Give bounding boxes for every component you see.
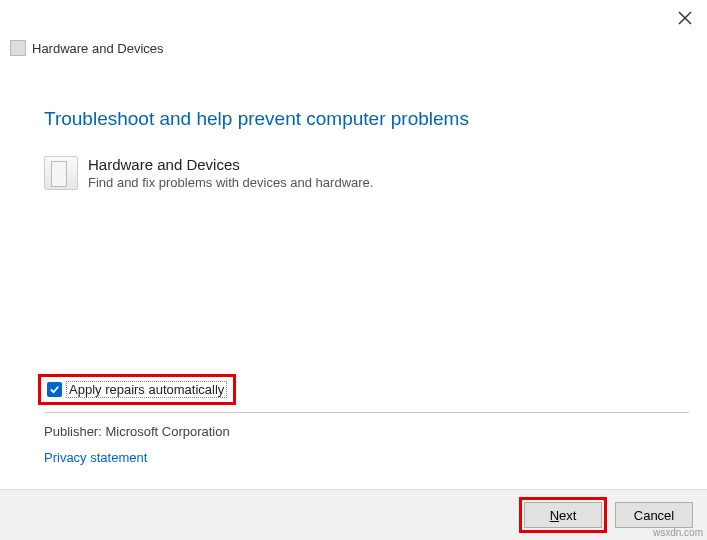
next-accelerator: N [550, 508, 559, 523]
checkbox-highlight: Apply repairs automatically [38, 374, 236, 405]
next-button[interactable]: Next [524, 502, 602, 528]
main-content: Troubleshoot and help prevent computer p… [44, 108, 667, 190]
hardware-icon [44, 156, 78, 190]
close-icon [678, 11, 692, 25]
apply-repairs-checkbox-row[interactable]: Apply repairs automatically [47, 381, 227, 398]
publisher-label: Publisher: [44, 424, 102, 439]
troubleshooter-text: Hardware and Devices Find and fix proble… [88, 156, 373, 190]
window-header: Hardware and Devices [10, 40, 164, 56]
troubleshooter-description: Find and fix problems with devices and h… [88, 175, 373, 190]
publisher-row: Publisher: Microsoft Corporation [44, 424, 230, 439]
troubleshooter-icon [10, 40, 26, 56]
page-heading: Troubleshoot and help prevent computer p… [44, 108, 667, 130]
apply-repairs-label: Apply repairs automatically [66, 381, 227, 398]
apply-repairs-checkbox[interactable] [47, 382, 62, 397]
next-label-rest: ext [559, 508, 576, 523]
privacy-statement-link[interactable]: Privacy statement [44, 450, 147, 465]
watermark: wsxdn.com [653, 527, 703, 538]
troubleshooter-item: Hardware and Devices Find and fix proble… [44, 156, 667, 190]
close-button[interactable] [675, 8, 695, 28]
publisher-value: Microsoft Corporation [105, 424, 229, 439]
footer-bar: Next Cancel [0, 489, 707, 540]
window-title: Hardware and Devices [32, 41, 164, 56]
next-button-highlight: Next [519, 497, 607, 533]
divider [44, 412, 689, 413]
checkmark-icon [49, 384, 60, 395]
cancel-button[interactable]: Cancel [615, 502, 693, 528]
troubleshooter-title: Hardware and Devices [88, 156, 373, 173]
